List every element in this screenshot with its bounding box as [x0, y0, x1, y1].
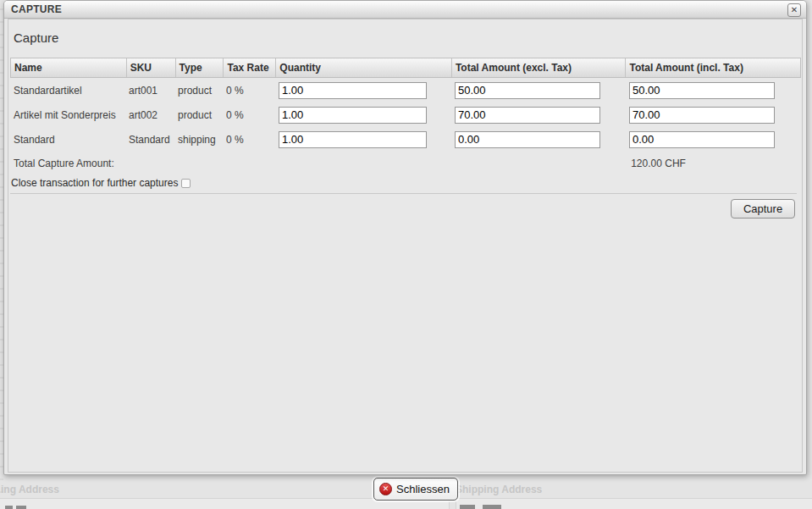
schliessen-label: Schliessen [396, 483, 450, 495]
column-header-name: Name [11, 58, 126, 77]
total-capture-amount-value: 120.00 CHF [627, 158, 801, 169]
quantity-input[interactable] [279, 131, 427, 148]
table-header-row: Name SKU Type Tax Rate Quantity Total Am… [10, 58, 801, 78]
table-row: Artikel mit Sonderpreis art002 product 0… [10, 102, 801, 127]
page-fragment [5, 506, 13, 509]
table-row: Standardartikel art001 product 0 % [10, 78, 801, 102]
total-row: Total Capture Amount: 120.00 CHF [10, 152, 801, 175]
cell-name: Standard [10, 134, 125, 146]
cell-tax-rate: 0 % [223, 109, 275, 121]
page-fragment [483, 505, 501, 509]
column-header-excl-tax: Total Amount (excl. Tax) [451, 58, 626, 77]
divider [10, 193, 797, 194]
capture-panel: Capture Name SKU Type Tax Rate Quantity … [8, 19, 803, 473]
cell-name: Artikel mit Sonderpreis [10, 109, 125, 121]
cell-sku: art002 [125, 109, 174, 121]
amount-excl-tax-input[interactable] [455, 107, 600, 124]
total-capture-amount-label: Total Capture Amount: [10, 158, 281, 169]
billing-address-heading: ing Address [1, 484, 59, 495]
modal-title: CAPTURE [11, 3, 62, 15]
cell-tax-rate: 0 % [223, 134, 275, 146]
column-header-type: Type [175, 58, 224, 77]
amount-incl-tax-input[interactable] [629, 107, 775, 124]
schliessen-button[interactable]: ✕ Schliessen [373, 478, 458, 501]
cell-sku: Standard [125, 134, 174, 146]
quantity-input[interactable] [279, 82, 427, 99]
panel-heading: Capture [14, 30, 58, 45]
modal-titlebar: CAPTURE ✕ [4, 1, 806, 19]
screen: ing Address Shipping Address ✕ Schliesse… [0, 0, 812, 509]
close-transaction-checkbox[interactable] [181, 179, 191, 188]
cell-sku: art001 [125, 85, 174, 97]
column-header-tax-rate: Tax Rate [223, 58, 275, 77]
capture-button[interactable]: Capture [731, 199, 795, 219]
amount-excl-tax-input[interactable] [455, 131, 600, 148]
close-icon[interactable]: ✕ [787, 3, 801, 17]
amount-incl-tax-input[interactable] [629, 82, 775, 99]
shipping-address-heading: Shipping Address [456, 484, 542, 495]
column-header-quantity: Quantity [275, 58, 451, 77]
capture-modal: CAPTURE ✕ Capture Name SKU Type Tax Rate… [3, 0, 807, 475]
cell-type: product [174, 109, 223, 121]
page-fragment [16, 506, 26, 509]
table-row: Standard Standard shipping 0 % [10, 127, 801, 152]
cell-name: Standardartikel [10, 85, 125, 97]
close-transaction-label: Close transaction for further captures [11, 177, 178, 189]
quantity-input[interactable] [279, 107, 427, 124]
page-fragment [460, 505, 475, 509]
cell-tax-rate: 0 % [223, 85, 275, 97]
cell-type: shipping [174, 134, 223, 146]
close-red-icon: ✕ [379, 483, 392, 495]
amount-excl-tax-input[interactable] [455, 82, 600, 99]
amount-incl-tax-input[interactable] [629, 131, 775, 148]
column-header-incl-tax: Total Amount (incl. Tax) [625, 58, 800, 77]
close-transaction-row: Close transaction for further captures [11, 176, 191, 190]
column-header-sku: SKU [126, 58, 175, 77]
cell-type: product [174, 85, 223, 97]
shipping-address-box [456, 498, 812, 509]
